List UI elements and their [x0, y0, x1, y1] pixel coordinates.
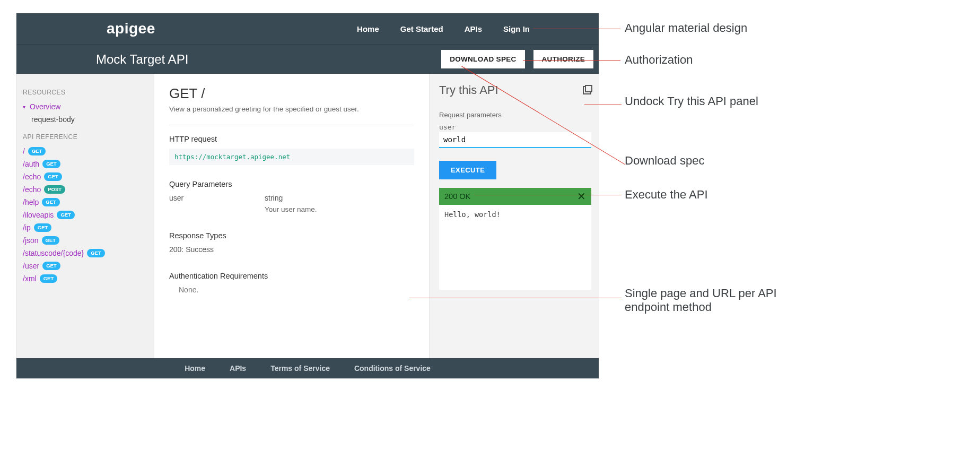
sidebar-api-link[interactable]: /echo — [23, 172, 41, 181]
param-field-input[interactable] — [439, 132, 591, 148]
sidebar-api-item[interactable]: /helpGET — [23, 196, 148, 209]
sidebar-api-item[interactable]: /echoPOST — [23, 183, 148, 196]
sidebar-api-item[interactable]: /GET — [23, 145, 148, 158]
annotation-authorization: Authorization — [625, 53, 693, 67]
sidebar-api-link[interactable]: /ip — [23, 223, 31, 232]
execute-button[interactable]: EXECUTE — [439, 161, 496, 179]
sidebar-api-link[interactable]: /xml — [23, 274, 37, 283]
footer-tos[interactable]: Terms of Service — [270, 364, 330, 373]
top-bar: apigee Home Get Started APIs Sign In — [16, 13, 599, 44]
method-badge: GET — [40, 274, 58, 283]
response-body: Hello, world! — [439, 205, 591, 290]
sidebar-api-link[interactable]: /statuscode/{code} — [23, 249, 84, 257]
caret-icon: ▾ — [23, 104, 25, 110]
authorize-button[interactable]: AUTHORIZE — [533, 50, 593, 68]
response-status-bar: 200 OK ✕ — [439, 188, 591, 205]
sidebar-api-item[interactable]: /userGET — [23, 260, 148, 272]
auth-req-label: Authentication Requirements — [169, 272, 414, 280]
method-badge: GET — [42, 262, 60, 270]
method-badge: POST — [44, 185, 65, 194]
response-type-value: 200: Success — [169, 245, 414, 254]
method-badge: GET — [44, 172, 62, 181]
try-api-title: Try this API — [439, 83, 498, 97]
callout-line — [533, 29, 620, 29]
sidebar-item-request-body[interactable]: request-body — [23, 113, 148, 126]
sidebar-api-link[interactable]: /json — [23, 236, 39, 245]
param-type: string — [265, 194, 328, 202]
sidebar-api-item[interactable]: /ipGET — [23, 221, 148, 234]
sidebar-api-item[interactable]: /statuscode/{code}GET — [23, 247, 148, 260]
sub-bar: Mock Target API DOWNLOAD SPEC AUTHORIZE — [16, 44, 599, 74]
footer-home[interactable]: Home — [185, 364, 205, 373]
close-icon[interactable]: ✕ — [577, 193, 586, 200]
sidebar-api-item[interactable]: /echoGET — [23, 170, 148, 183]
sidebar-api-link[interactable]: /auth — [23, 160, 39, 168]
method-badge: GET — [42, 198, 60, 206]
sidebar-api-link[interactable]: /user — [23, 262, 39, 270]
undock-icon[interactable] — [583, 86, 591, 94]
divider — [169, 125, 414, 125]
sidebar-item-overview[interactable]: ▾ Overview — [23, 100, 148, 113]
param-description: Your user name. — [265, 205, 414, 213]
response-status-text: 200 OK — [444, 192, 470, 201]
annotation-single-page: Single page and URL per API endpoint met… — [625, 287, 794, 314]
sidebar-section-resources: RESOURCES — [23, 89, 148, 96]
callout-line — [409, 298, 622, 298]
auth-req-value: None. — [179, 286, 414, 294]
footer-bar: Home APIs Terms of Service Conditions of… — [16, 358, 599, 378]
method-badge: GET — [42, 160, 60, 168]
sidebar-section-apiref: API REFERENCE — [23, 133, 148, 141]
method-badge: GET — [57, 211, 75, 219]
sidebar-api-link[interactable]: / — [23, 147, 25, 155]
request-params-label: Request parameters — [439, 111, 591, 119]
sidebar: RESOURCES ▾ Overview request-body API RE… — [16, 74, 154, 358]
footer-apis[interactable]: APIs — [230, 364, 246, 373]
main-content: GET / View a personalized greeting for t… — [154, 74, 429, 358]
method-badge: GET — [42, 236, 60, 245]
try-api-panel: Try this API Request parameters user EXE… — [429, 74, 599, 358]
sidebar-api-item[interactable]: /xmlGET — [23, 272, 148, 285]
param-name: user — [169, 194, 233, 202]
sidebar-api-item[interactable]: /authGET — [23, 158, 148, 170]
sidebar-link-overview[interactable]: Overview — [30, 102, 60, 111]
nav-signin[interactable]: Sign In — [503, 24, 530, 33]
method-badge: GET — [34, 223, 52, 232]
annotation-execute: Execute the API — [625, 188, 708, 202]
api-title: Mock Target API — [96, 52, 188, 67]
brand-logo: apigee — [107, 20, 155, 37]
sidebar-api-item[interactable]: /iloveapisGET — [23, 209, 148, 221]
nav-home[interactable]: Home — [357, 24, 379, 33]
footer-cos[interactable]: Conditions of Service — [354, 364, 431, 373]
portal-app: apigee Home Get Started APIs Sign In Moc… — [16, 13, 599, 379]
callout-line — [584, 105, 622, 105]
callout-line — [523, 60, 620, 60]
annotation-download-spec: Download spec — [625, 154, 704, 168]
nav-apis[interactable]: APIs — [465, 24, 482, 33]
method-badge: GET — [28, 147, 46, 155]
http-request-url: https://mocktarget.apigee.net — [169, 149, 414, 165]
annotation-material: Angular material design — [625, 21, 747, 35]
nav-get-started[interactable]: Get Started — [400, 24, 443, 33]
endpoint-description: View a personalized greeting for the spe… — [169, 105, 414, 113]
response-types-label: Response Types — [169, 231, 414, 240]
endpoint-heading: GET / — [169, 85, 414, 102]
http-request-label: HTTP request — [169, 135, 414, 143]
sidebar-api-link[interactable]: /echo — [23, 185, 41, 194]
sidebar-api-item[interactable]: /jsonGET — [23, 234, 148, 247]
download-spec-button[interactable]: DOWNLOAD SPEC — [441, 50, 524, 68]
query-params-label: Query Parameters — [169, 180, 414, 188]
sidebar-api-link[interactable]: /iloveapis — [23, 211, 54, 219]
sidebar-api-link[interactable]: /help — [23, 198, 39, 206]
annotation-undock: Undock Try this API panel — [625, 94, 763, 108]
method-badge: GET — [87, 249, 105, 257]
callout-line — [475, 195, 622, 195]
